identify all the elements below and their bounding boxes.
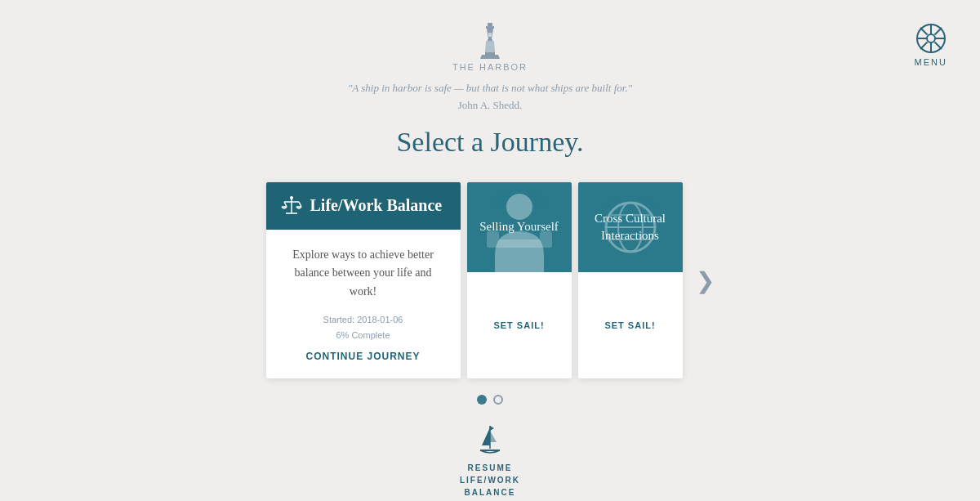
set-sail-button-1[interactable]: SET SAIL! xyxy=(493,320,544,330)
card-cross-cultural[interactable]: Cross Cultural Interactions SET SAIL! xyxy=(578,182,683,379)
pagination xyxy=(0,395,980,405)
card-selling-yourself[interactable]: Selling Yourself SET SAIL! xyxy=(467,182,572,379)
svg-line-15 xyxy=(934,42,942,50)
continue-journey-button[interactable]: CONTINUE JOURNEY xyxy=(281,351,446,362)
resume-label[interactable]: RESUMELIFE/WORKBALANCE xyxy=(460,462,520,499)
svg-marker-4 xyxy=(485,41,495,52)
svg-rect-1 xyxy=(486,26,494,29)
svg-marker-40 xyxy=(490,426,494,431)
cards-container: Life/Work Balance Explore ways to achiev… xyxy=(266,182,683,379)
selling-yourself-image: Selling Yourself xyxy=(467,182,572,272)
cards-area: Life/Work Balance Explore ways to achiev… xyxy=(204,182,776,379)
pagination-dot-1[interactable] xyxy=(477,395,487,405)
card-life-work-balance[interactable]: Life/Work Balance Explore ways to achiev… xyxy=(266,182,461,379)
balance-scale-icon xyxy=(281,195,302,217)
menu-button[interactable]: MENU xyxy=(915,23,947,67)
menu-label: MENU xyxy=(915,57,947,67)
svg-line-24 xyxy=(299,202,301,207)
cross-cultural-image: Cross Cultural Interactions xyxy=(578,182,683,272)
svg-rect-3 xyxy=(488,39,492,41)
ship-wheel-icon xyxy=(915,23,947,54)
svg-line-17 xyxy=(920,42,928,50)
pagination-dot-2[interactable] xyxy=(493,395,503,405)
card-started: Started: 2018-01-06 6% Complete xyxy=(281,312,446,342)
card-title: Life/Work Balance xyxy=(310,196,443,215)
card-secondary-action-2[interactable]: SET SAIL! xyxy=(578,272,683,379)
svg-line-16 xyxy=(934,28,942,35)
sailboat-icon xyxy=(475,424,505,457)
lighthouse-icon xyxy=(475,23,505,59)
card-body: Explore ways to achieve better balance b… xyxy=(266,230,461,379)
selling-yourself-title: Selling Yourself xyxy=(473,212,565,242)
svg-point-9 xyxy=(927,34,935,42)
card-description: Explore ways to achieve better balance b… xyxy=(281,246,446,301)
svg-rect-7 xyxy=(488,33,492,37)
set-sail-button-2[interactable]: SET SAIL! xyxy=(604,320,655,330)
svg-line-14 xyxy=(920,28,928,35)
card-header: Life/Work Balance xyxy=(266,182,461,230)
page-title: Select a Journey. xyxy=(396,127,583,158)
svg-line-22 xyxy=(284,202,287,207)
quote-author: John A. Shedd. xyxy=(458,99,523,112)
header: THE HARBOR "A ship in harbor is safe — b… xyxy=(0,0,980,182)
svg-marker-38 xyxy=(490,431,497,442)
app-title: THE HARBOR xyxy=(452,62,528,72)
next-arrow[interactable]: ❯ xyxy=(696,267,715,294)
resume-section[interactable]: RESUMELIFE/WORKBALANCE xyxy=(0,424,980,499)
svg-rect-5 xyxy=(485,52,495,55)
svg-point-26 xyxy=(290,196,293,199)
svg-marker-37 xyxy=(482,427,490,445)
cross-cultural-title: Cross Cultural Interactions xyxy=(578,204,683,251)
svg-rect-0 xyxy=(488,23,492,26)
quote-text: "A ship in harbor is safe — but that is … xyxy=(348,80,632,97)
card-secondary-action[interactable]: SET SAIL! xyxy=(467,272,572,379)
svg-marker-6 xyxy=(480,55,500,59)
